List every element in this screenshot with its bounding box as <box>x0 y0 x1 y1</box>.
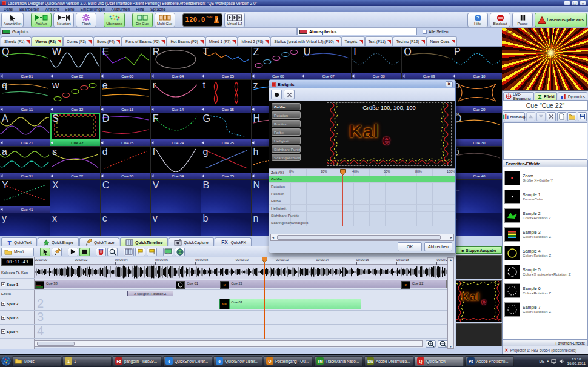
favorite-effect-item[interactable]: Sample 7Color+Rotation Z <box>504 300 586 319</box>
toolbar-button-laserausgabe-aus[interactable]: Laserausgabe aus <box>535 13 587 27</box>
parameter-timeline[interactable]: Zeit (%) 0%20%40%60%80%100% GrößeRotatio… <box>269 168 455 234</box>
param-button-rotation[interactable]: Rotation <box>272 111 301 119</box>
cue-cell-cue-01[interactable]: QCue 01 <box>0 47 50 79</box>
taskbar-item-adobe-dreamwea-[interactable]: DwAdobe Dreamwea... <box>364 356 413 366</box>
timeline-cue-thumbnail[interactable] <box>176 281 185 289</box>
timeline-h-scrollbar[interactable] <box>35 340 423 347</box>
language-indicator[interactable]: DE <box>539 359 544 363</box>
page-name-field[interactable]: Atmospherics <box>297 28 417 35</box>
toolbar-button-ein-cue[interactable]: Ein Cue <box>132 13 153 27</box>
timeline-cue-thumbnail[interactable]: K <box>220 281 229 289</box>
sheet-tab-waves-f2-[interactable]: Waves (F2) <box>32 36 63 46</box>
param-row-scanngeschwindigkeit[interactable]: Scanngeschwindigkeit <box>269 219 455 226</box>
cue-cell-cue-40[interactable]: öCue 40 <box>452 147 502 179</box>
stop-output-button[interactable]: ■ Stoppe Ausgabe <box>456 246 502 254</box>
open-button[interactable] <box>567 112 576 121</box>
cue-cell-cue-33[interactable]: dCue 33 <box>101 147 150 179</box>
expand-track-icon[interactable]: + <box>1 316 5 320</box>
taskbar-item-posteingang-ou-[interactable]: OPosteingang - Ou... <box>264 356 313 366</box>
taskbar-item-quickshow[interactable]: QQuickShow <box>415 356 464 366</box>
menu-button[interactable]: Menü <box>1 248 34 256</box>
start-button[interactable] <box>1 356 11 366</box>
minimize-button[interactable]: – <box>564 1 570 5</box>
cue-cell-cue-05[interactable]: TCue 05 <box>201 47 251 79</box>
track-row-spur-4[interactable]: 4 <box>35 325 447 339</box>
effect-block[interactable]: X spiegeln+Rotation Z <box>127 291 173 296</box>
taskbar-item-quickshow-liefer-[interactable]: eQuickShow Liefer... <box>213 356 262 366</box>
cue-cell-empty-_[interactable]: _ <box>452 180 502 213</box>
down-button[interactable] <box>536 112 546 121</box>
toolbar-button-ausw-hlen[interactable]: Auswählen <box>1 13 24 27</box>
effect-list[interactable] <box>503 122 587 160</box>
menu-item-einstellungen[interactable]: Einstellungen <box>81 7 105 12</box>
dialog-close-button[interactable]: ✕ <box>446 81 453 87</box>
maximize-button[interactable]: ❐ <box>572 1 578 5</box>
stop-tool-button[interactable] <box>79 248 90 256</box>
virtual-lj-button[interactable]: Virtual LJ <box>224 13 245 27</box>
menu-item-sprache[interactable]: Sprache <box>150 7 165 12</box>
cue-cell-cue-13[interactable]: eCue 13 <box>101 80 150 113</box>
all-pages-checkbox[interactable] <box>423 30 427 34</box>
cue-cell-empty-B[interactable]: B <box>201 180 251 213</box>
record-dot-button[interactable] <box>271 90 282 99</box>
param-button-farbe[interactable]: Farbe <box>272 128 301 136</box>
favorite-effect-item[interactable]: Sample 4Color+Rotation Z <box>504 243 586 262</box>
timeline-cue-thumbnail[interactable] <box>35 281 44 289</box>
param-button-helligkeit[interactable]: Helligkeit <box>272 137 301 144</box>
sheet-tab-statics-great-with-virtual-lj-f10-[interactable]: Statics (great with Virtual LJ) (F10) <box>270 36 341 46</box>
menu-item-ausführen[interactable]: Ausführen <box>111 7 130 12</box>
cue-cell-cue-03[interactable]: ECue 03 <box>101 47 150 79</box>
cue-cell-cue-41[interactable]: YCue 41 <box>0 180 50 213</box>
right-tab-live-steuerung[interactable]: Live-Steuerung <box>503 92 534 100</box>
toolbar-button-blackout[interactable]: Blackout <box>490 13 510 27</box>
h-scroll-thumb[interactable] <box>37 342 75 346</box>
magnify-tool-button[interactable] <box>107 248 118 256</box>
newdoc-button[interactable] <box>557 112 566 121</box>
cue-cell-empty-C[interactable]: C <box>101 180 150 213</box>
tab-quickshape[interactable]: QuickShape <box>38 237 79 246</box>
tab-quicktimeline[interactable]: QuickTimeline <box>120 237 168 246</box>
toolbar-button-pause[interactable]: Pause <box>512 13 533 27</box>
sheet-tab-cones-f3-[interactable]: Cones (F3) <box>63 36 93 46</box>
timeline-tracks[interactable]: 00:00:0000:00:0200:00:0400:00:0600:00:08… <box>35 257 447 349</box>
param-button-scanngeschwin[interactable]: Scanngeschwin <box>272 154 301 161</box>
globe-tool-button[interactable] <box>175 248 185 256</box>
cue-cell-cue-09[interactable]: OCue 09 <box>402 47 452 79</box>
cue-cell-cue-30[interactable]: ÖCue 30 <box>452 113 502 146</box>
sheet-tab-fans-of-beams-f5-[interactable]: Fans of Beams (F5) <box>122 36 167 46</box>
param-row-größe[interactable]: Größe <box>269 176 455 183</box>
monitor-tool-button[interactable] <box>163 248 173 256</box>
cue-cell-empty--[interactable]: - <box>452 213 502 239</box>
sheet-tab-neue-cues[interactable]: Neue Cues <box>427 36 457 46</box>
favorite-effect-item[interactable]: Sample 2Color+Rotation Z <box>504 206 586 225</box>
sheet-tab-targets[interactable]: Targets <box>341 36 365 46</box>
toolbar-button-hilfe[interactable]: ?Hilfe <box>467 13 488 27</box>
tab-quickcapture[interactable]: QuickCapture <box>169 237 213 246</box>
sheet-tab-text-f11-[interactable]: Text (F11) <box>365 36 393 46</box>
toolbar-button--bergang[interactable]: Übergang <box>104 13 124 27</box>
expand-track-icon[interactable]: + <box>1 329 5 334</box>
param-row-rotation[interactable]: Rotation <box>269 183 455 190</box>
track-row-spur-3[interactable]: 3 <box>35 311 447 325</box>
param-row-farbe[interactable]: Farbe <box>269 197 455 205</box>
cue-cell-cue-23[interactable]: DCue 23 <box>101 113 150 146</box>
cue-cell-empty-V[interactable]: V <box>151 180 201 213</box>
toolbar-button-an-aus[interactable]: An/Aus <box>31 13 52 27</box>
taskbar-item-1[interactable]: 11 <box>62 356 112 366</box>
menu-item-datei[interactable]: Datei <box>4 7 13 12</box>
magnet-tool-button[interactable] <box>96 248 106 256</box>
taskbar-item-quickshow-liefer-[interactable]: eQuickShow Liefer... <box>163 356 212 366</box>
toolbar-button-multi-cue[interactable]: Multi Cue <box>155 13 175 27</box>
audio-track-label[interactable]: Kaleeza Ft. Kon - <box>0 266 35 279</box>
film-tool-button[interactable] <box>124 248 134 256</box>
right-tab-dynamics[interactable]: Dynamics <box>558 92 587 100</box>
favorite-effect-item[interactable]: Sample 6Color+Rotation Z <box>504 281 586 300</box>
track-label-spur-1[interactable]: +Spur 1 <box>0 279 35 290</box>
right-tab-effekt[interactable]: ΣEffekt <box>535 92 557 100</box>
menu-item-bearbeiten[interactable]: Bearbeiten <box>19 7 39 12</box>
track-label-spur-4[interactable]: +Spur 4 <box>0 325 35 339</box>
favorite-effect-item[interactable]: ZoomGröße X+Größe Y <box>504 168 586 187</box>
cue-cell-cue-31[interactable]: aCue 31 <box>0 147 50 179</box>
dialog-delete-button[interactable] <box>284 90 295 99</box>
track-row-effekt[interactable]: X spiegeln+Rotation Z <box>35 290 447 297</box>
